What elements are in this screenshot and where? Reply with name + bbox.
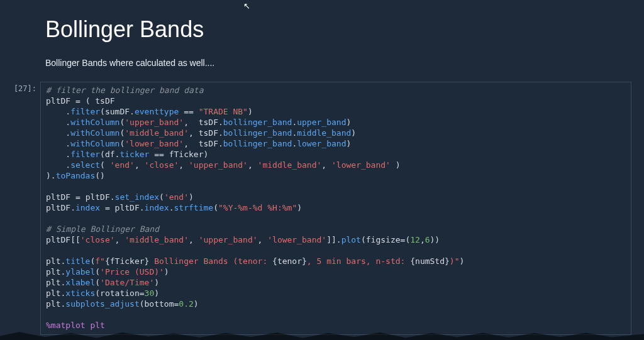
code-cell: [27]: # filter the bollinger band data p… xyxy=(0,82,644,335)
code-text[interactable]: # filter the bollinger band data pltDF =… xyxy=(46,85,626,331)
section-description: Bollinger Bands where calculated as well… xyxy=(45,58,644,68)
cell-prompt: [27]: xyxy=(0,82,40,335)
section-heading: Bollinger Bands xyxy=(45,16,644,43)
code-input-area[interactable]: # filter the bollinger band data pltDF =… xyxy=(40,82,631,335)
notebook-content: Bollinger Bands Bollinger Bands where ca… xyxy=(0,0,644,335)
